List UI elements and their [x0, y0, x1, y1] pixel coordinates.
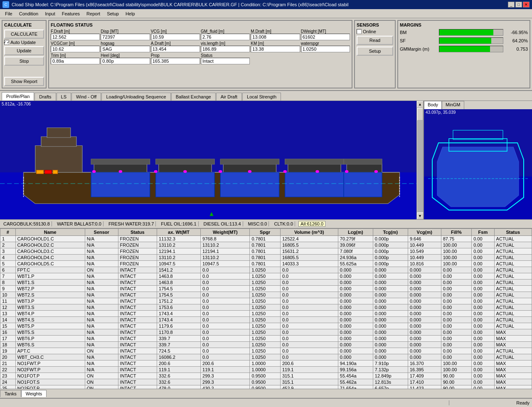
table-cell: INTACT: [118, 379, 157, 385]
table-cell: 0.000: [373, 348, 408, 354]
table-cell: 0.0: [201, 267, 250, 273]
table-row[interactable]: 5CARGOHOLD5.CN/AFROZEN10947.510947.50.78…: [0, 261, 532, 267]
menu-setup[interactable]: Setup: [103, 10, 122, 17]
tab-drafts[interactable]: Drafts: [34, 93, 56, 101]
table-cell: WBT6.S: [15, 342, 85, 348]
table-cell: 332.6: [157, 373, 201, 379]
table-cell: 0.0: [280, 273, 338, 280]
table-row[interactable]: 21NO1FWT.PN/AINTACT200.6200.61.0000200.6…: [0, 360, 532, 367]
table-row[interactable]: 10WBT2.SN/AINTACT1754.50.01.02500.00.000…: [0, 292, 532, 298]
float-field: A.Draft [m]13.454: [151, 41, 200, 52]
table-cell: 1743.4: [157, 311, 201, 317]
ship-scrollbar[interactable]: ▲ ▼: [416, 101, 423, 219]
table-row[interactable]: 3CARGOHOLD3.CN/AFROZEN12194.112194.10.78…: [0, 248, 532, 255]
show-report-button[interactable]: Show Report: [4, 77, 44, 86]
bottom-tab-tanks[interactable]: Tanks: [0, 390, 21, 397]
tab-air-draft[interactable]: Air Draft: [216, 93, 242, 101]
table-cell: 0.0: [201, 280, 250, 286]
close-button[interactable]: ✕: [523, 2, 530, 7]
table-cell: 0.00: [472, 261, 494, 267]
table-row[interactable]: 12WBT3.SN/AINTACT1753.60.01.02500.00.000…: [0, 304, 532, 311]
menu-help[interactable]: Help: [122, 10, 138, 17]
menu-input[interactable]: Input: [42, 10, 58, 17]
maximize-button[interactable]: □: [515, 2, 522, 7]
table-cell: 0.0: [280, 336, 338, 342]
table-row[interactable]: 24NO1FOT.SONINTACT332.6299.30.9500315.15…: [0, 379, 532, 385]
scroll-down-btn[interactable]: ▼: [417, 213, 424, 219]
table-row[interactable]: 8WBT1.SN/AINTACT1463.80.01.02500.00.0000…: [0, 280, 532, 286]
body-diagram: [424, 109, 532, 219]
main-tabs-row: Profile/PlanDraftsLSWind - OffLoading/Un…: [0, 91, 532, 101]
table-cell: 724.5: [157, 348, 201, 354]
table-row[interactable]: 14WBT4.SN/AINTACT1743.40.01.02500.00.000…: [0, 317, 532, 323]
table-cell: 0.00: [472, 329, 494, 336]
stop-button[interactable]: Stop: [4, 56, 44, 66]
table-row[interactable]: 6FPT.CONINTACT1541.20.01.02500.00.0000.0…: [0, 267, 532, 273]
table-row[interactable]: 19APT.CONINTACT724.50.01.02500.00.0000.0…: [0, 348, 532, 354]
menu-features[interactable]: Features: [59, 10, 83, 17]
table-cell: ACTUAL: [494, 267, 532, 273]
table-cell: N/A: [85, 317, 118, 323]
table-cell: 0.00: [472, 292, 494, 298]
online-checkbox[interactable]: [357, 29, 362, 34]
table-row[interactable]: 20WBT_CH3.CN/AINTACT16086.20.01.02500.00…: [0, 354, 532, 360]
update-button[interactable]: Update: [4, 46, 44, 55]
float-field: Prop165.385: [151, 53, 200, 64]
table-row[interactable]: 1CARGOHOLD1.CN/AFROZEN11132.39768.80.780…: [0, 236, 532, 242]
tab-local-strength[interactable]: Local Strength: [242, 93, 281, 101]
setup-sensor-button[interactable]: Setup: [357, 47, 393, 56]
tab-wind---off[interactable]: Wind - Off: [71, 93, 101, 101]
scroll-up-btn[interactable]: ▲: [417, 101, 424, 108]
table-cell: ON: [85, 373, 118, 379]
table-cell: 0.00: [472, 342, 494, 348]
menu-report[interactable]: Report: [83, 10, 103, 17]
table-row[interactable]: 22NO2FWT.PN/AINTACT119.1119.11.0000119.1…: [0, 367, 532, 373]
table-row[interactable]: 15WBT5.PN/AINTACT1179.60.01.02500.00.000…: [0, 323, 532, 329]
table-row[interactable]: 2CARGOHOLD2.CN/AFROZEN13110.213110.20.78…: [0, 242, 532, 248]
table-cell: INTACT: [118, 367, 157, 373]
table-row[interactable]: 13WBT4.PN/AINTACT1743.40.01.02500.00.000…: [0, 311, 532, 317]
table-row[interactable]: 16WBT5.SN/AINTACT1170.80.01.02500.00.000…: [0, 329, 532, 336]
table-cell: 5: [0, 261, 16, 267]
tab-loading-unloading-sequence[interactable]: Loading/Unloading Sequence: [101, 93, 170, 101]
margins-title: MARGINS: [400, 22, 528, 27]
table-cell: ACTUAL: [494, 304, 532, 311]
body-tabs-row: Body MinGM: [424, 101, 532, 109]
table-row[interactable]: 11WBT3.PN/AINTACT1751.20.01.02500.00.000…: [0, 298, 532, 304]
body-tab[interactable]: Body: [424, 101, 442, 109]
mingm-tab[interactable]: MinGM: [442, 101, 464, 109]
table-row[interactable]: 25NO2FOT.PONINTACT478.0430.20.9500452.97…: [0, 385, 532, 389]
table-cell: 55.462a: [338, 379, 373, 385]
bottom-tab-weights[interactable]: Weights: [21, 390, 47, 397]
table-row[interactable]: 23NO1FOT.PONINTACT332.6299.30.9500315.15…: [0, 373, 532, 379]
ship-view[interactable]: 5.812a, -16.706: [0, 101, 424, 219]
table-cell: 1.0000: [250, 367, 281, 373]
auto-update-checkbox[interactable]: ✓: [4, 40, 9, 45]
table-content[interactable]: #NameSensorStatusax. Wt(MTWeight(MT)Spgr…: [0, 228, 532, 389]
tab-ballast-exchange[interactable]: Ballast Exchange: [171, 93, 216, 101]
calculate-button[interactable]: CALCULATE: [4, 29, 44, 39]
table-row[interactable]: 9WBT2.PN/AINTACT1754.50.01.02500.00.0000…: [0, 286, 532, 292]
table-cell: ON: [85, 267, 118, 273]
svg-point-28: [154, 170, 157, 173]
table-cell: 0.0: [280, 342, 338, 348]
table-cell: 1753.6: [157, 304, 201, 311]
table-row[interactable]: 7WBT1.PN/AINTACT1463.80.01.02500.00.0000…: [0, 273, 532, 280]
table-cell: 1754.5: [157, 292, 201, 298]
tab-ls[interactable]: LS: [57, 93, 71, 101]
menu-file[interactable]: File: [2, 10, 16, 17]
tab-profile-plan[interactable]: Profile/Plan: [2, 92, 34, 101]
float-field: Heel [deg]0.80p: [101, 53, 150, 64]
table-row[interactable]: 4CARGOHOLD4.CN/AFROZEN13110.213110.20.78…: [0, 255, 532, 261]
table-cell: 87.75: [441, 236, 472, 242]
read-button[interactable]: Read: [357, 36, 393, 45]
table-cell: 0.0: [280, 329, 338, 336]
table-row[interactable]: 17WBT6.PN/AINTACT339.70.01.02500.00.0000…: [0, 336, 532, 342]
table-cell: 0.0: [280, 311, 338, 317]
table-row[interactable]: 18WBT6.SN/AINTACT339.70.01.02500.00.0000…: [0, 342, 532, 348]
table-cell: N/A: [85, 248, 118, 255]
minimize-button[interactable]: _: [508, 2, 515, 7]
menu-condition[interactable]: Condition: [16, 10, 42, 17]
table-cell: 39.096f: [338, 242, 373, 248]
table-cell: 0.000: [338, 354, 373, 360]
